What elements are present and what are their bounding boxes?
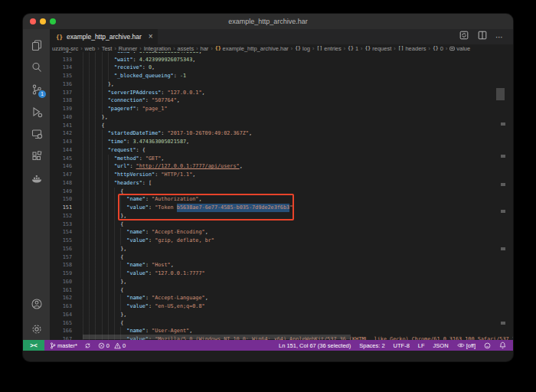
breadcrumb-item[interactable]: {}1 xyxy=(348,45,358,52)
docker-icon[interactable] xyxy=(23,167,50,189)
breadcrumb-item[interactable]: Runner xyxy=(119,45,138,52)
line-number[interactable]: 163 xyxy=(50,302,83,311)
breadcrumb-item[interactable]: Integration xyxy=(144,45,171,52)
breadcrumb-item[interactable]: uzzing-src xyxy=(52,45,78,52)
zoom-window-button[interactable] xyxy=(50,18,56,24)
code-line[interactable]: 140}, xyxy=(50,113,513,122)
line-number[interactable]: 148 xyxy=(50,179,83,188)
line-number[interactable]: 165 xyxy=(50,319,83,328)
code-line[interactable]: 141{ xyxy=(50,122,513,130)
code-line[interactable]: 150"name": "Authorization", xyxy=(50,195,513,204)
problems-indicator[interactable]: 0 0 xyxy=(98,342,126,349)
code-line[interactable]: 143"time": 3.474363005021587, xyxy=(50,138,513,146)
vertical-scrollbar[interactable] xyxy=(496,88,505,100)
breadcrumb-item[interactable]: []entries xyxy=(316,45,341,52)
line-number[interactable]: 146 xyxy=(50,162,83,171)
sync-button[interactable] xyxy=(84,342,91,349)
breadcrumb-item[interactable]: web xyxy=(85,45,96,52)
line-number[interactable]: 166 xyxy=(50,327,83,335)
code-line[interactable]: 157{ xyxy=(50,253,513,262)
code-line[interactable]: 149{ xyxy=(50,188,513,196)
code-line[interactable]: 134"receive": 0, xyxy=(50,64,513,72)
code-line[interactable]: 155"value": "gzip, deflate, br" xyxy=(50,237,513,245)
code-line[interactable]: 162"name": "Accept-Language", xyxy=(50,294,513,302)
line-number[interactable]: 157 xyxy=(50,253,83,262)
breadcrumb-item[interactable]: {}request xyxy=(364,45,391,52)
code-line[interactable]: 145"method": "GET", xyxy=(50,155,513,163)
feedback-button[interactable] xyxy=(484,342,491,349)
line-number[interactable]: 154 xyxy=(50,228,83,237)
more-actions-icon[interactable]: ⋯ xyxy=(495,33,504,41)
extension-toggle[interactable]: [off] xyxy=(457,342,476,349)
minimize-window-button[interactable] xyxy=(40,18,46,24)
breadcrumb-item[interactable]: assets xyxy=(178,45,194,52)
line-number[interactable]: 162 xyxy=(50,294,83,302)
line-number[interactable]: 145 xyxy=(50,155,83,163)
code-line[interactable]: 165{ xyxy=(50,319,513,328)
line-number[interactable]: 158 xyxy=(50,261,83,270)
notifications-button[interactable] xyxy=(499,341,506,349)
code-line[interactable]: 139"pageref": "page_1" xyxy=(50,105,513,113)
code-line[interactable]: 152}, xyxy=(50,212,513,220)
line-number[interactable]: 153 xyxy=(50,220,83,229)
source-control-icon[interactable]: 1 xyxy=(23,78,50,100)
encoding-setting[interactable]: UTF-8 xyxy=(394,342,410,349)
code-line[interactable]: 163"value": "en-US,en;q=0.8" xyxy=(50,302,513,311)
branch-indicator[interactable]: master* xyxy=(50,342,77,349)
line-number[interactable]: 161 xyxy=(50,286,83,295)
line-number[interactable]: 164 xyxy=(50,311,83,319)
line-number[interactable]: 140 xyxy=(50,113,83,122)
line-number[interactable]: 156 xyxy=(50,245,83,253)
code-line[interactable]: 142"startedDateTime": "2017-10-26T09:49:… xyxy=(50,129,513,138)
code-line[interactable]: 151"value": "Token b5638ae7-6e77-4585-b0… xyxy=(50,204,513,212)
code-line[interactable]: 138"connection": "507764", xyxy=(50,96,513,105)
code-line[interactable]: 148"headers": [ xyxy=(50,179,513,188)
line-number[interactable]: 136 xyxy=(50,80,83,89)
line-number[interactable]: 167 xyxy=(50,335,83,340)
code-line[interactable]: 164}, xyxy=(50,311,513,319)
breadcrumb-item[interactable]: har xyxy=(201,45,209,52)
line-number[interactable]: 155 xyxy=(50,237,83,245)
line-number[interactable]: 138 xyxy=(50,96,83,105)
horizontal-scrollbar[interactable] xyxy=(83,335,351,339)
breadcrumb-item[interactable]: []headers xyxy=(398,45,427,52)
code-line[interactable]: 135"_blocked_queueing": -1 xyxy=(50,72,513,80)
settings-gear-icon[interactable] xyxy=(23,318,50,340)
close-tab-icon[interactable]: × xyxy=(149,33,153,41)
code-line[interactable]: 158"name": "Host", xyxy=(50,261,513,270)
line-number[interactable]: 150 xyxy=(50,195,83,204)
line-number[interactable]: 152 xyxy=(50,212,83,220)
breadcrumb-item[interactable]: Test xyxy=(102,45,113,52)
open-changes-icon[interactable] xyxy=(459,30,469,44)
code-line[interactable]: 136}, xyxy=(50,80,513,89)
split-editor-icon[interactable] xyxy=(477,30,488,44)
line-number[interactable]: 151 xyxy=(50,204,83,212)
code-line[interactable]: 146"url": "http://127.0.0.1:7777/api/use… xyxy=(50,162,513,171)
breadcrumb-item[interactable]: {}log xyxy=(295,45,310,52)
language-mode[interactable]: JSON xyxy=(433,342,449,349)
breadcrumb-item[interactable]: {}0 xyxy=(433,45,443,52)
line-number[interactable]: 142 xyxy=(50,129,83,138)
code-line[interactable]: 137"serverIPAddress": "127.0.0.1", xyxy=(50,89,513,97)
extensions-icon[interactable] xyxy=(23,145,50,167)
indentation-setting[interactable]: Spaces: 2 xyxy=(359,342,384,349)
breadcrumb-item[interactable]: {}example_http_archive.har xyxy=(215,45,289,52)
code-line[interactable]: 161{ xyxy=(50,286,513,295)
code-line[interactable]: 156}, xyxy=(50,245,513,253)
line-number[interactable]: 135 xyxy=(50,72,83,80)
line-number[interactable]: 159 xyxy=(50,270,83,278)
line-number[interactable]: 141 xyxy=(50,122,83,130)
run-debug-icon[interactable] xyxy=(23,100,50,122)
tab-example-http-archive[interactable]: {} example_http_archive.har × xyxy=(50,29,159,44)
breadcrumb-item[interactable]: value xyxy=(449,45,470,52)
line-number[interactable]: 139 xyxy=(50,105,83,113)
code-line[interactable]: 133"wait": 4.423999926075343, xyxy=(50,56,513,64)
code-line[interactable]: 159"value": "127.0.0.1:7777" xyxy=(50,270,513,278)
line-number[interactable]: 134 xyxy=(50,64,83,72)
code-editor[interactable]: 132"send": 0.10200000353470013,133"wait"… xyxy=(50,52,513,340)
eol-setting[interactable]: LF xyxy=(418,342,425,349)
line-number[interactable]: 160 xyxy=(50,278,83,286)
line-number[interactable]: 147 xyxy=(50,171,83,179)
explorer-icon[interactable] xyxy=(23,34,50,56)
code-line[interactable]: 147"httpVersion": "HTTP/1.1", xyxy=(50,171,513,179)
